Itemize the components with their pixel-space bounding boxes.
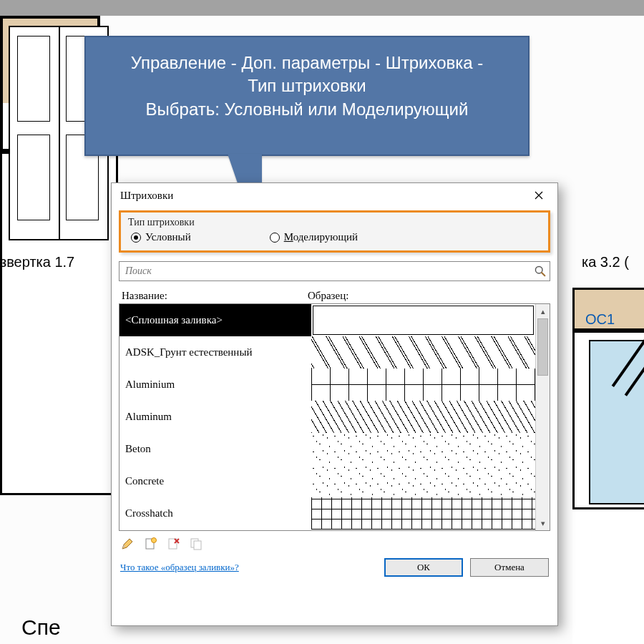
bg-label-left: звертка 1.7 <box>0 255 74 269</box>
pattern-name: Beton <box>119 433 311 465</box>
swatch-diaggap-icon <box>311 336 535 369</box>
dialog-title: Штриховки <box>120 190 173 202</box>
swatch-speck-icon <box>311 465 535 497</box>
search-button[interactable] <box>531 262 550 280</box>
pattern-row[interactable]: ADSK_Грунт естественный <box>119 336 535 369</box>
pattern-row[interactable]: <Сплошная заливка> <box>119 304 535 336</box>
pattern-row[interactable]: Aluminum <box>119 401 535 433</box>
pattern-sample <box>311 433 535 465</box>
close-button[interactable] <box>525 186 553 205</box>
column-name: Название: <box>122 290 308 302</box>
radio-dot-icon <box>270 233 280 243</box>
radio-drafting-label: Условный <box>145 231 191 243</box>
svg-rect-12 <box>194 541 201 550</box>
pattern-name: <Сплошная заливка> <box>119 304 311 336</box>
pattern-type-group: Тип штриховки Условный Моделирующий <box>119 210 550 253</box>
help-link[interactable]: Что такое «образец заливки»? <box>120 562 239 573</box>
svg-point-7 <box>152 538 157 543</box>
pattern-row[interactable]: Aluminium <box>119 369 535 401</box>
callout-line-1: Управление - Доп. параметры - Штриховка … <box>99 52 515 74</box>
scroll-thumb[interactable] <box>537 318 548 376</box>
new-page-icon <box>143 537 157 551</box>
swatch-solid-icon <box>313 306 533 334</box>
callout-line-3: Выбрать: Условный или Моделирующий <box>99 98 515 121</box>
delete-button[interactable] <box>165 535 182 552</box>
fill-patterns-dialog: Штриховки Тип штриховки Условный Моделир… <box>111 182 558 626</box>
delete-page-icon <box>166 537 180 551</box>
pattern-name: Concrete <box>119 465 311 497</box>
pattern-sample <box>311 465 535 497</box>
radio-drafting[interactable]: Условный <box>131 231 191 243</box>
pattern-name: Aluminium <box>119 369 311 401</box>
pencil-icon <box>120 537 135 551</box>
bg-label-spec: Спе <box>21 617 61 638</box>
pattern-sample <box>313 306 534 335</box>
list-toolbar <box>112 531 557 554</box>
new-button[interactable] <box>142 535 159 552</box>
scroll-down-button[interactable]: ▾ <box>536 516 550 530</box>
pattern-sample <box>311 336 535 369</box>
swatch-grid-icon <box>311 497 535 530</box>
column-sample: Образец: <box>308 290 547 302</box>
bg-label-os: OC1 <box>585 311 615 328</box>
pattern-name: ADSK_Грунт естественный <box>119 336 311 369</box>
pattern-name: Aluminum <box>119 401 311 433</box>
cancel-button[interactable]: Отмена <box>470 558 549 577</box>
swatch-vtick-icon <box>311 369 535 401</box>
pattern-row[interactable]: Beton <box>119 433 535 465</box>
list-header: Название: Образец: <box>112 286 557 303</box>
pattern-list: <Сплошная заливка>ADSK_Грунт естественны… <box>119 303 550 531</box>
swatch-speck-icon <box>311 433 535 465</box>
search-input[interactable] <box>119 265 531 277</box>
pattern-row[interactable]: Concrete <box>119 465 535 497</box>
close-icon <box>535 191 543 200</box>
svg-marker-4 <box>122 539 132 549</box>
callout-line-2: Тип штриховки <box>99 74 515 97</box>
scroll-up-button[interactable]: ▴ <box>536 304 550 318</box>
pattern-row[interactable]: Crosshatch <box>119 497 535 530</box>
pattern-name: Crosshatch <box>119 497 311 530</box>
pattern-sample <box>311 369 535 401</box>
radio-dot-icon <box>131 233 141 243</box>
radio-model-label: Моделирующий <box>284 231 358 243</box>
duplicate-icon <box>189 537 203 551</box>
dialog-titlebar: Штриховки <box>112 183 557 208</box>
bg-label-right: ка 3.2 ( <box>582 255 629 269</box>
swatch-diag-icon <box>311 401 535 433</box>
search-field[interactable] <box>119 261 550 281</box>
pattern-type-legend: Тип штриховки <box>128 217 541 228</box>
edit-button[interactable] <box>119 535 136 552</box>
pattern-sample <box>311 497 535 530</box>
instruction-callout: Управление - Доп. параметры - Штриховка … <box>84 36 530 156</box>
search-icon <box>534 265 547 278</box>
duplicate-button[interactable] <box>187 535 205 552</box>
ok-button[interactable]: ОК <box>384 558 463 577</box>
scrollbar[interactable]: ▴ ▾ <box>535 304 550 530</box>
pattern-sample <box>311 401 535 433</box>
radio-model[interactable]: Моделирующий <box>270 231 358 243</box>
svg-line-3 <box>542 273 545 275</box>
